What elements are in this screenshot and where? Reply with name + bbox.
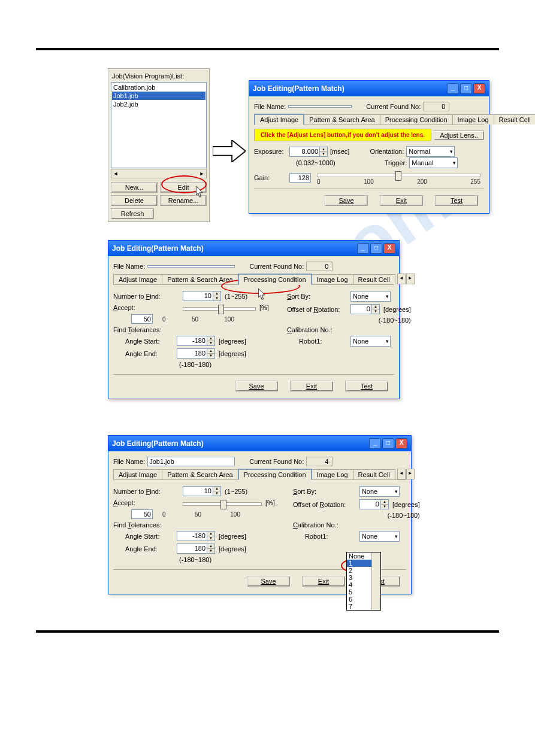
test-button[interactable]: Test <box>435 195 478 206</box>
offset-rotation-stepper[interactable]: 0 ▲▼ <box>350 304 380 314</box>
file-name-field[interactable] <box>288 105 352 108</box>
spin-down-icon[interactable]: ▼ <box>207 354 214 358</box>
number-to-find-stepper[interactable]: 10 ▲▼ <box>183 291 221 301</box>
slider-thumb[interactable] <box>220 500 226 509</box>
angle-end-stepper[interactable]: 180 ▲▼ <box>177 348 215 359</box>
exit-button[interactable]: Exit <box>302 576 345 587</box>
tab-scroll-left-icon[interactable]: ◄ <box>397 469 406 479</box>
close-button[interactable]: X <box>395 438 407 449</box>
file-name-field[interactable] <box>147 265 235 268</box>
tab-scroll-left-icon[interactable]: ◄ <box>397 274 406 284</box>
gain-label: Gain: <box>254 174 287 181</box>
spin-up-icon[interactable]: ▲ <box>372 305 379 309</box>
sortby-select[interactable]: None <box>359 486 400 497</box>
accept-slider[interactable] <box>183 502 262 506</box>
exit-button[interactable]: Exit <box>290 381 333 391</box>
test-button[interactable]: Test <box>345 381 388 391</box>
maximize-button[interactable]: □ <box>370 243 382 254</box>
tab-result-cell[interactable]: Result Cell <box>353 274 395 284</box>
minimize-button[interactable]: _ <box>369 438 381 449</box>
adjust-lens-button[interactable]: Adjust Lens.. <box>434 130 484 140</box>
refresh-button[interactable]: Refresh <box>111 208 154 219</box>
spin-down-icon[interactable]: ▼ <box>320 152 327 156</box>
tab-pattern-search[interactable]: Pattern & Search Area <box>304 114 380 125</box>
maximize-button[interactable]: □ <box>382 438 394 449</box>
tab-pattern-search[interactable]: Pattern & Search Area <box>162 469 238 479</box>
file-name-field[interactable]: Job1.job <box>147 457 235 466</box>
maximize-button[interactable]: □ <box>460 83 472 94</box>
tab-result-cell[interactable]: Result Cell <box>494 114 535 125</box>
spin-up-icon[interactable]: ▲ <box>207 349 214 354</box>
save-button[interactable]: Save <box>247 576 290 587</box>
list-item[interactable]: Calibration.job <box>112 83 205 92</box>
sortby-select[interactable]: None <box>350 291 391 302</box>
spin-up-icon[interactable]: ▲ <box>213 487 220 491</box>
orientation-select[interactable]: Normal <box>406 146 455 157</box>
list-item[interactable]: Job1.job <box>112 92 205 100</box>
tab-image-log[interactable]: Image Log <box>452 114 494 125</box>
tab-result-cell[interactable]: Result Cell <box>353 469 395 479</box>
robot-select[interactable]: None <box>350 336 391 347</box>
dropdown-scrollbar[interactable] <box>371 552 380 610</box>
angle-start-stepper[interactable]: -180 ▲▼ <box>177 531 215 541</box>
file-name-label: File Name: <box>113 458 145 465</box>
robot-select[interactable]: None <box>359 531 400 542</box>
exposure-stepper[interactable]: 8.000 ▲▼ <box>289 147 328 157</box>
list-item[interactable]: Job2.job <box>112 100 205 108</box>
spin-up-icon[interactable]: ▲ <box>381 500 388 505</box>
spin-up-icon[interactable]: ▲ <box>207 544 214 549</box>
spin-down-icon[interactable]: ▼ <box>207 536 214 541</box>
tab-image-log[interactable]: Image Log <box>312 274 353 284</box>
save-button[interactable]: Save <box>235 381 278 391</box>
spin-down-icon[interactable]: ▼ <box>381 505 388 509</box>
new-button[interactable]: New... <box>111 182 158 193</box>
accept-value-field[interactable]: 50 <box>131 314 153 324</box>
spin-down-icon[interactable]: ▼ <box>207 549 214 553</box>
angle-end-stepper[interactable]: 180 ▲▼ <box>177 544 215 554</box>
tab-image-log[interactable]: Image Log <box>312 469 353 479</box>
orientation-label: Orientation: <box>370 148 404 155</box>
slider-thumb[interactable] <box>218 305 224 314</box>
accept-slider[interactable] <box>183 307 256 311</box>
accept-value-field[interactable]: 50 <box>131 509 153 519</box>
tab-adjust-image[interactable]: Adjust Image <box>113 469 162 479</box>
gain-slider[interactable] <box>317 174 480 177</box>
offset-rotation-stepper[interactable]: 0 ▲▼ <box>359 499 389 509</box>
robot-dropdown-list[interactable]: None 1 2 3 4 5 6 7 <box>346 552 381 611</box>
deg-unit: [degrees] <box>392 501 420 508</box>
angle-range: (-180~180) <box>179 361 211 368</box>
job-listbox[interactable]: Calibration.job Job1.job Job2.job <box>111 82 207 168</box>
tab-processing-condition[interactable]: Processing Condition <box>238 274 312 285</box>
exit-button[interactable]: Exit <box>380 195 423 206</box>
save-button[interactable]: Save <box>325 195 368 206</box>
trigger-select[interactable]: Manual <box>409 157 458 168</box>
tab-scroll-right-icon[interactable]: ► <box>406 274 415 284</box>
tab-adjust-image[interactable]: Adjust Image <box>113 274 162 284</box>
scroll-right-icon[interactable]: ► <box>198 171 206 177</box>
tab-scroll-right-icon[interactable]: ► <box>406 469 415 479</box>
minimize-button[interactable]: _ <box>357 243 369 254</box>
angle-start-stepper[interactable]: -180 ▲▼ <box>177 336 215 346</box>
tab-adjust-image[interactable]: Adjust Image <box>254 114 304 125</box>
spin-down-icon[interactable]: ▼ <box>213 296 220 300</box>
spin-up-icon[interactable]: ▲ <box>320 147 327 152</box>
gain-field[interactable]: 128 <box>289 173 311 183</box>
spin-up-icon[interactable]: ▲ <box>207 336 214 341</box>
scroll-left-icon[interactable]: ◄ <box>111 171 120 177</box>
tab-strip: Adjust Image Pattern & Search Area Proce… <box>113 274 394 285</box>
slider-thumb[interactable] <box>395 171 401 181</box>
number-to-find-stepper[interactable]: 10 ▲▼ <box>183 486 221 496</box>
spin-down-icon[interactable]: ▼ <box>372 309 379 314</box>
minimize-button[interactable]: _ <box>447 83 459 94</box>
tab-processing-condition[interactable]: Processing Condition <box>238 469 312 480</box>
close-button[interactable]: X <box>473 83 485 94</box>
tab-processing-condition[interactable]: Processing Condition <box>380 114 453 125</box>
spin-down-icon[interactable]: ▼ <box>207 341 214 345</box>
close-button[interactable]: X <box>383 243 395 254</box>
spin-up-icon[interactable]: ▲ <box>213 292 220 296</box>
spin-down-icon[interactable]: ▼ <box>213 491 220 496</box>
delete-button[interactable]: Delete <box>111 195 158 206</box>
rename-button[interactable]: Rename... <box>160 195 207 206</box>
tick: 0 <box>162 316 166 323</box>
spin-up-icon[interactable]: ▲ <box>207 532 214 536</box>
